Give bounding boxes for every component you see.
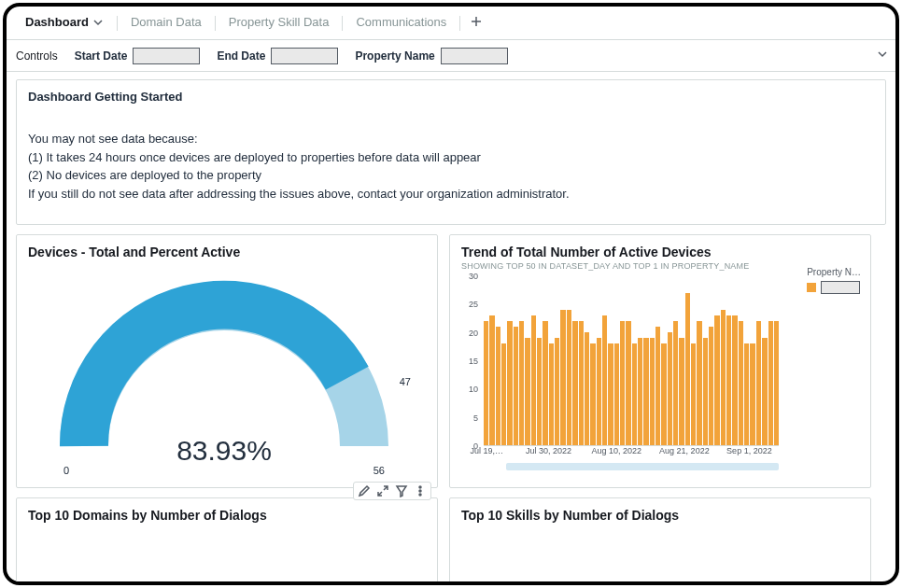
y-tick: 20 bbox=[469, 329, 478, 338]
bar[interactable] bbox=[655, 327, 660, 445]
bar[interactable] bbox=[555, 338, 559, 445]
add-tab-button[interactable] bbox=[460, 15, 492, 32]
legend-swatch bbox=[807, 283, 816, 292]
end-date-control: End Date bbox=[217, 48, 338, 64]
panel-subtitle: SHOWING TOP 50 IN DATASET_DAY AND TOP 1 … bbox=[461, 261, 859, 271]
bar[interactable] bbox=[685, 293, 690, 445]
gauge-chart: 83.93% 0 56 47 bbox=[28, 278, 420, 474]
bar[interactable] bbox=[739, 321, 743, 445]
bar[interactable] bbox=[549, 343, 554, 445]
bar[interactable] bbox=[626, 321, 630, 445]
bar[interactable] bbox=[668, 332, 672, 445]
bar-chart: 051015202530 Jul 19,…Jul 30, 2022Aug 10,… bbox=[461, 276, 779, 463]
bar[interactable] bbox=[726, 315, 731, 445]
filter-button[interactable] bbox=[395, 484, 408, 497]
bar[interactable] bbox=[709, 327, 713, 445]
plus-icon bbox=[470, 15, 483, 28]
info-line: (2) No devices are deployed to the prope… bbox=[28, 166, 874, 185]
bar[interactable] bbox=[632, 343, 637, 445]
bar[interactable] bbox=[602, 315, 607, 445]
legend-redacted-label bbox=[821, 281, 860, 294]
controls-label: Controls bbox=[16, 49, 58, 63]
bar[interactable] bbox=[484, 321, 488, 445]
controls-collapse-toggle[interactable] bbox=[877, 49, 888, 63]
bar[interactable] bbox=[585, 332, 589, 445]
tab-communications[interactable]: Communications bbox=[343, 7, 459, 38]
bar[interactable] bbox=[732, 315, 737, 445]
legend-header: Property N… bbox=[807, 267, 861, 277]
bar[interactable] bbox=[714, 315, 719, 445]
bar[interactable] bbox=[774, 321, 779, 445]
start-date-control: Start Date bbox=[75, 48, 201, 64]
bar[interactable] bbox=[537, 338, 542, 445]
x-tick: Sep 1, 2022 bbox=[726, 446, 772, 455]
bar[interactable] bbox=[514, 327, 518, 445]
panel-title: Top 10 Domains by Number of Dialogs bbox=[28, 508, 426, 523]
tab-dashboard[interactable]: Dashboard bbox=[12, 7, 117, 38]
bar[interactable] bbox=[721, 310, 726, 445]
start-date-input[interactable] bbox=[133, 48, 200, 64]
controls-bar: Controls Start Date End Date Property Na… bbox=[7, 40, 895, 72]
tab-label: Property Skill Data bbox=[229, 15, 330, 29]
bar[interactable] bbox=[691, 343, 696, 445]
end-date-label: End Date bbox=[217, 49, 265, 63]
bar[interactable] bbox=[679, 338, 684, 445]
legend-item bbox=[807, 281, 861, 294]
tab-domain-data[interactable]: Domain Data bbox=[118, 7, 215, 38]
bar[interactable] bbox=[756, 321, 761, 445]
bar[interactable] bbox=[501, 343, 506, 445]
getting-started-body: You may not see data because: (1) It tak… bbox=[28, 130, 874, 203]
bar[interactable] bbox=[620, 321, 625, 445]
bar[interactable] bbox=[590, 343, 595, 445]
bar[interactable] bbox=[560, 310, 565, 445]
property-name-control: Property Name bbox=[355, 48, 507, 64]
bar[interactable] bbox=[638, 338, 642, 445]
y-tick: 5 bbox=[473, 413, 478, 423]
top-skills-panel: Top 10 Skills by Number of Dialogs bbox=[449, 497, 871, 581]
filter-icon bbox=[395, 484, 408, 497]
bar[interactable] bbox=[744, 343, 749, 445]
bar[interactable] bbox=[673, 321, 678, 445]
bar[interactable] bbox=[768, 321, 773, 445]
gauge-percent: 83.93% bbox=[28, 435, 420, 467]
bar[interactable] bbox=[572, 321, 577, 445]
bar[interactable] bbox=[614, 343, 619, 445]
x-tick: Jul 19,… bbox=[470, 446, 503, 455]
svg-point-1 bbox=[419, 490, 421, 492]
bar[interactable] bbox=[519, 321, 524, 445]
bar[interactable] bbox=[661, 343, 666, 445]
bar[interactable] bbox=[750, 343, 754, 445]
more-button[interactable] bbox=[414, 484, 427, 497]
edit-button[interactable] bbox=[358, 484, 371, 497]
more-vertical-icon bbox=[414, 484, 427, 497]
bar[interactable] bbox=[531, 315, 536, 445]
bar[interactable] bbox=[496, 327, 500, 445]
bar[interactable] bbox=[697, 321, 701, 445]
bar[interactable] bbox=[608, 343, 613, 445]
bar[interactable] bbox=[525, 338, 529, 445]
property-name-label: Property Name bbox=[355, 49, 434, 63]
chart-range-scrubber[interactable] bbox=[506, 463, 779, 470]
bar[interactable] bbox=[762, 338, 767, 445]
dashboard-body[interactable]: Dashboard Getting Started You may not se… bbox=[7, 72, 895, 581]
property-name-input[interactable] bbox=[441, 48, 508, 64]
bar[interactable] bbox=[597, 338, 601, 445]
bar[interactable] bbox=[489, 315, 494, 445]
getting-started-card: Dashboard Getting Started You may not se… bbox=[16, 79, 886, 225]
bar[interactable] bbox=[643, 338, 648, 445]
bar[interactable] bbox=[579, 321, 584, 445]
y-tick: 15 bbox=[469, 357, 478, 366]
getting-started-title: Dashboard Getting Started bbox=[28, 90, 874, 104]
panel-title: Trend of Total Number of Active Devices bbox=[461, 245, 859, 259]
panel-title: Devices - Total and Percent Active bbox=[28, 245, 426, 259]
bar[interactable] bbox=[567, 310, 571, 445]
expand-button[interactable] bbox=[376, 484, 389, 497]
bar[interactable] bbox=[703, 338, 708, 445]
end-date-input[interactable] bbox=[271, 48, 338, 64]
tab-property-skill-data[interactable]: Property Skill Data bbox=[216, 7, 343, 38]
bar[interactable] bbox=[507, 321, 512, 445]
gauge-callout: 47 bbox=[400, 376, 411, 387]
chevron-down-icon bbox=[877, 49, 888, 60]
bar[interactable] bbox=[543, 321, 547, 445]
bar[interactable] bbox=[650, 338, 655, 445]
